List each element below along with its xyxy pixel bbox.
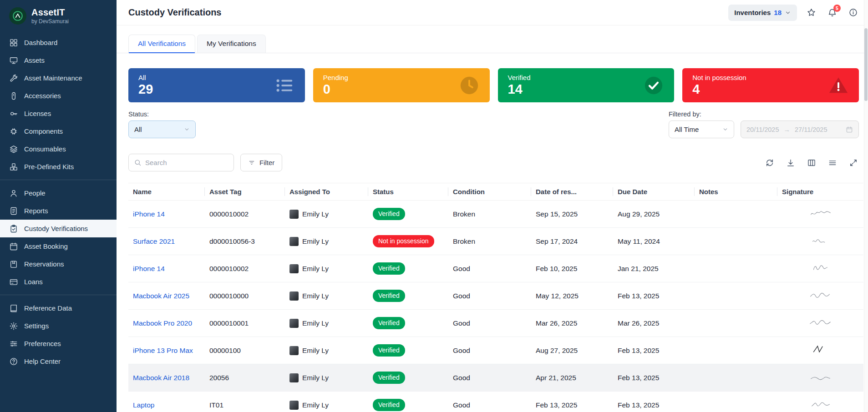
avatar [289, 291, 299, 301]
asset-name-link[interactable]: iPhone 14 [133, 210, 165, 218]
inventories-button[interactable]: Inventories 18 [728, 5, 797, 21]
notifications-button[interactable]: 5 [825, 6, 839, 20]
favorite-star-button[interactable] [804, 6, 818, 20]
avatar [289, 373, 299, 382]
asset-name-link[interactable]: iPhone 13 Pro Max [133, 347, 193, 354]
due-date: Mar 26, 2025 [618, 319, 659, 327]
column-header-name[interactable]: Name [128, 183, 205, 201]
status-badge: Verified [373, 290, 405, 302]
table-row[interactable]: Surface 2021d000010056-3Emily LyNot in p… [128, 228, 863, 255]
condition-value: Good [453, 292, 470, 300]
asset-name-link[interactable]: Laptop [133, 401, 154, 409]
warning-icon [828, 75, 849, 96]
status-badge: Not in possession [373, 235, 434, 247]
column-header-due-date[interactable]: Due Date [613, 183, 695, 201]
sidebar-item-reservations[interactable]: Reservations [0, 255, 117, 273]
column-header-notes[interactable]: Notes [695, 183, 777, 201]
sync-button[interactable] [764, 157, 775, 168]
stat-card-verified[interactable]: Verified14 [498, 68, 675, 102]
sidebar-item-label: Preferences [24, 340, 61, 347]
asset-name-link[interactable]: Macbook Air 2025 [133, 292, 189, 300]
sidebar-item-preferences[interactable]: Preferences [0, 335, 117, 352]
sidebar-item-licenses[interactable]: Licenses [0, 105, 117, 122]
table-row[interactable]: Macbook Pro 20200000010001Emily LyVerifi… [128, 310, 863, 337]
page-title: Custody Verifications [128, 7, 222, 18]
sidebar-item-asset-maintenance[interactable]: Asset Maintenance [0, 69, 117, 87]
table-row[interactable]: iPhone 140000010002Emily LyVerifiedGoodF… [128, 255, 863, 282]
time-range-select[interactable]: All Time [669, 121, 734, 138]
asset-tag: 00000100 [209, 347, 241, 354]
table-row[interactable]: Macbook Air 20250000010000Emily LyVerifi… [128, 282, 863, 310]
condition-value: Broken [453, 237, 475, 245]
column-header-signature[interactable]: Signature [777, 183, 863, 201]
date-from: 20/11/2025 [746, 126, 779, 133]
expand-button[interactable] [848, 157, 859, 168]
asset-name-link[interactable]: Surface 2021 [133, 237, 175, 245]
sidebar-item-reports[interactable]: Reports [0, 202, 117, 220]
table-row[interactable]: iPhone 13 Pro Max00000100Emily LyVerifie… [128, 337, 863, 364]
scrollbar-thumb[interactable] [864, 28, 868, 101]
tab-all-verifications[interactable]: All Verifications [128, 35, 195, 53]
sidebar-item-accessories[interactable]: Accessories [0, 87, 117, 105]
components-icon [9, 127, 18, 136]
sidebar-item-assets[interactable]: Assets [0, 51, 117, 69]
date-of-reservation: Feb 13, 2025 [536, 401, 577, 409]
condition-value: Good [453, 347, 470, 354]
asset-name-link[interactable]: iPhone 14 [133, 265, 165, 272]
column-header-status[interactable]: Status [368, 183, 448, 201]
stat-card-not-in-possession[interactable]: Not in possession4 [682, 68, 859, 102]
sidebar-item-components[interactable]: Components [0, 122, 117, 140]
condition-value: Good [453, 319, 470, 327]
status-select[interactable]: All [128, 121, 196, 138]
asset-tag: 0000010002 [209, 265, 249, 272]
table-row[interactable]: LaptopIT01Emily LyVerifiedGoodFeb 13, 20… [128, 392, 863, 412]
assignee-cell: Emily Ly [289, 401, 364, 410]
sidebar-item-label: People [24, 189, 46, 197]
sidebar-item-label: Assets [24, 56, 45, 64]
chevron-down-icon [722, 126, 728, 132]
filter-button[interactable]: Filter [240, 154, 282, 171]
sidebar-item-consumables[interactable]: Consumables [0, 140, 117, 158]
date-range-picker[interactable]: 20/11/2025 → 27/11/2025 [741, 121, 859, 138]
sidebar-item-people[interactable]: People [0, 184, 117, 202]
column-header-date-of-res[interactable]: Date of res... [531, 183, 613, 201]
asset-name-link[interactable]: Macbook Air 2018 [133, 374, 189, 382]
sidebar-item-help-center[interactable]: Help Center [0, 352, 117, 370]
column-header-asset-tag[interactable]: Asset Tag [205, 183, 285, 201]
vertical-scrollbar[interactable] [864, 0, 868, 412]
avatar [289, 319, 299, 328]
assignee-name: Emily Ly [302, 374, 329, 382]
density-button[interactable] [827, 157, 838, 168]
sidebar-item-loans[interactable]: Loans [0, 273, 117, 291]
sidebar: AssetIT by DevSamurai DashboardAssetsAss… [0, 0, 117, 412]
status-badge: Verified [373, 372, 405, 384]
download-button[interactable] [785, 157, 796, 168]
sidebar-item-pre-defined-kits[interactable]: Pre-Defined Kits [0, 158, 117, 176]
app-logo[interactable]: AssetIT by DevSamurai [0, 0, 117, 31]
sidebar-item-label: Asset Booking [24, 242, 68, 250]
sidebar-item-label: Consumables [24, 145, 66, 153]
table-row[interactable]: Macbook Air 201820056Emily LyVerifiedGoo… [128, 364, 863, 392]
avatar [289, 264, 299, 273]
sidebar-item-label: Reference Data [24, 304, 72, 312]
table-row[interactable]: iPhone 140000010002Emily LyVerifiedBroke… [128, 201, 863, 228]
stat-card-all[interactable]: All29 [128, 68, 305, 102]
signature-image [807, 262, 835, 273]
sidebar-item-settings[interactable]: Settings [0, 317, 117, 335]
search-input[interactable] [145, 159, 236, 166]
search-icon [134, 159, 142, 166]
asset-name-link[interactable]: Macbook Pro 2020 [133, 319, 192, 327]
status-badge: Verified [373, 317, 405, 329]
star-icon [807, 8, 816, 17]
column-header-assigned-to[interactable]: Assigned To [285, 183, 368, 201]
column-header-condition[interactable]: Condition [448, 183, 531, 201]
stat-card-pending[interactable]: Pending0 [313, 68, 490, 102]
sidebar-item-reference-data[interactable]: Reference Data [0, 299, 117, 317]
sidebar-item-custody-verifications[interactable]: Custody Verifications [0, 220, 117, 237]
sidebar-item-asset-booking[interactable]: Asset Booking [0, 237, 117, 255]
check-circle-icon [643, 75, 664, 96]
info-button[interactable] [846, 6, 860, 20]
columns-button[interactable] [806, 157, 817, 168]
sidebar-item-dashboard[interactable]: Dashboard [0, 34, 117, 51]
tab-my-verifications[interactable]: My Verifications [197, 35, 266, 53]
